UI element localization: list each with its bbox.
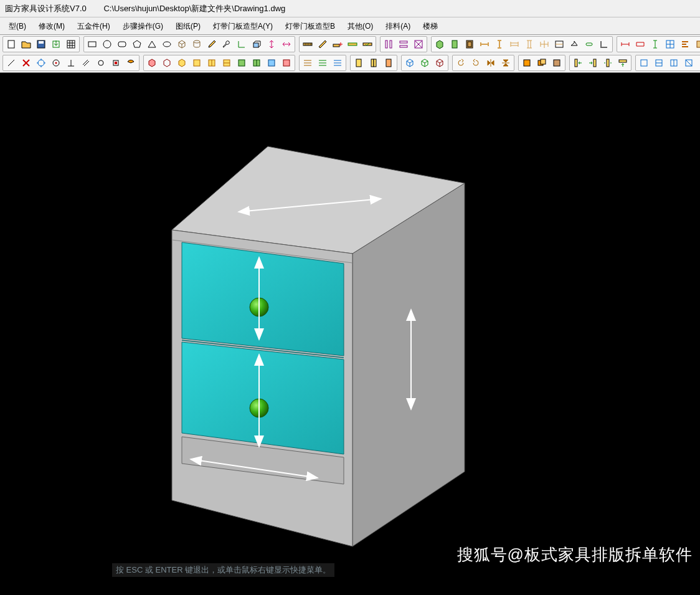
- span-h-icon[interactable]: [478, 37, 491, 51]
- table-icon[interactable]: [64, 37, 78, 51]
- layer-2-icon[interactable]: [535, 56, 549, 70]
- view-iso3-icon[interactable]: [433, 56, 447, 70]
- insert-l-icon[interactable]: [571, 56, 585, 70]
- ruler-h-icon[interactable]: [301, 37, 315, 51]
- panel-y3-icon[interactable]: [220, 56, 234, 70]
- new-file-icon[interactable]: [4, 37, 18, 51]
- ruler-check-icon[interactable]: [361, 37, 374, 51]
- panel-g2-icon[interactable]: [250, 56, 263, 70]
- target-icon[interactable]: [34, 56, 48, 70]
- line-icon[interactable]: [4, 56, 18, 70]
- insert-t-icon[interactable]: [616, 56, 630, 70]
- panel-r-icon[interactable]: [280, 56, 293, 70]
- export-icon[interactable]: [49, 37, 63, 51]
- span-v2-icon[interactable]: [523, 37, 536, 51]
- span-h2-icon[interactable]: [508, 37, 521, 51]
- shelf-icon[interactable]: [552, 37, 566, 51]
- frame-v-icon[interactable]: [382, 37, 395, 51]
- width-icon[interactable]: [280, 37, 293, 51]
- viewport-3d[interactable]: 搜狐号@板式家具排版拆单软件 按 ESC 或 ENTER 键退出，或单击鼠标右键…: [0, 73, 700, 577]
- pentagon-icon[interactable]: [130, 37, 144, 51]
- perp-icon[interactable]: [64, 56, 78, 70]
- small-circle-icon[interactable]: [94, 56, 108, 70]
- frame-x-icon[interactable]: [412, 37, 425, 51]
- dim-h-red-icon[interactable]: [618, 37, 632, 51]
- span-hv-icon[interactable]: [537, 37, 551, 51]
- ruler-add-icon[interactable]: [331, 37, 344, 51]
- linked-ruler-icon[interactable]: [346, 37, 359, 51]
- open-file-icon[interactable]: [19, 37, 33, 51]
- box-g1-icon[interactable]: [693, 37, 700, 51]
- rotate-l-icon[interactable]: [454, 56, 468, 70]
- span-v-icon[interactable]: [493, 37, 506, 51]
- cylinder-icon[interactable]: [190, 37, 204, 51]
- extrude-icon[interactable]: [250, 37, 263, 51]
- flip-v-icon[interactable]: [499, 56, 513, 70]
- door-3d-3-icon[interactable]: [382, 56, 395, 70]
- fan-icon[interactable]: [124, 56, 138, 70]
- panel-g-icon[interactable]: [235, 56, 248, 70]
- flip-h-icon[interactable]: [484, 56, 498, 70]
- section-4-icon[interactable]: [682, 56, 696, 70]
- height-icon[interactable]: [265, 37, 278, 51]
- circle-icon[interactable]: [100, 37, 114, 51]
- cabinet-icon[interactable]: [433, 37, 447, 51]
- section-5-icon[interactable]: [697, 56, 700, 70]
- rectangle-icon[interactable]: [85, 37, 99, 51]
- pencil-icon[interactable]: [205, 37, 219, 51]
- menu-xing[interactable]: 型(B): [2, 17, 32, 35]
- menu-nesting[interactable]: 排料(A): [379, 17, 417, 35]
- layer-3-icon[interactable]: [550, 56, 564, 70]
- menu-modify[interactable]: 修改(M): [32, 17, 71, 35]
- insert-r-icon[interactable]: [586, 56, 600, 70]
- save-icon[interactable]: [34, 37, 48, 51]
- menu-other[interactable]: 其他(O): [341, 17, 379, 35]
- panel-y2-icon[interactable]: [205, 56, 219, 70]
- frame-h-icon[interactable]: [397, 37, 410, 51]
- cube-icon[interactable]: [175, 37, 189, 51]
- menu-hardware[interactable]: 五金件(H): [71, 17, 116, 35]
- menu-led-panel-b[interactable]: 灯带门板造型B: [279, 17, 341, 35]
- door-3d-icon[interactable]: [352, 56, 366, 70]
- view-iso-icon[interactable]: [403, 56, 417, 70]
- para-icon[interactable]: [79, 56, 93, 70]
- view-iso2-icon[interactable]: [418, 56, 432, 70]
- wrench-icon[interactable]: [220, 37, 234, 51]
- menu-stairs[interactable]: 楼梯: [417, 17, 444, 35]
- handle-icon[interactable]: [582, 37, 596, 51]
- menu-led-panel-a[interactable]: 灯带门板造型A(Y): [207, 17, 279, 35]
- circle-dot-icon[interactable]: [49, 56, 63, 70]
- dim-h-green-icon[interactable]: [648, 37, 662, 51]
- dim-w-red-icon[interactable]: [633, 37, 647, 51]
- section-1-icon[interactable]: [637, 56, 651, 70]
- section-3-icon[interactable]: [667, 56, 681, 70]
- menu-step-ops[interactable]: 步骤操作(G): [116, 17, 169, 35]
- align-icon[interactable]: [678, 37, 692, 51]
- menu-drawing[interactable]: 图纸(P): [169, 17, 207, 35]
- triangle-icon[interactable]: [145, 37, 159, 51]
- cube-y-icon[interactable]: [175, 56, 189, 70]
- ruler-angle-icon[interactable]: [316, 37, 329, 51]
- cube-r1-icon[interactable]: [145, 56, 159, 70]
- panel-y-icon[interactable]: [190, 56, 204, 70]
- hatch-g-icon[interactable]: [316, 56, 329, 70]
- join-l-icon[interactable]: [597, 37, 611, 51]
- hanger-icon[interactable]: [567, 37, 581, 51]
- insert-both-icon[interactable]: [601, 56, 615, 70]
- layer-1-icon[interactable]: [520, 56, 534, 70]
- hatch-b-icon[interactable]: [331, 56, 344, 70]
- ellipse-icon[interactable]: [160, 37, 174, 51]
- corner-icon[interactable]: [235, 37, 248, 51]
- rounded-rect-icon[interactable]: [115, 37, 129, 51]
- hatch-h-icon[interactable]: [301, 56, 315, 70]
- rotate-r-icon[interactable]: [469, 56, 483, 70]
- square-dot-icon[interactable]: [109, 56, 123, 70]
- door-icon[interactable]: [463, 37, 476, 51]
- section-2-icon[interactable]: [652, 56, 666, 70]
- door-3d-2-icon[interactable]: [367, 56, 381, 70]
- delete-x-icon[interactable]: [19, 56, 33, 70]
- cube-r2-icon[interactable]: [160, 56, 174, 70]
- plan-icon[interactable]: [663, 37, 677, 51]
- panel-b-icon[interactable]: [265, 56, 278, 70]
- panel-icon[interactable]: [448, 37, 461, 51]
